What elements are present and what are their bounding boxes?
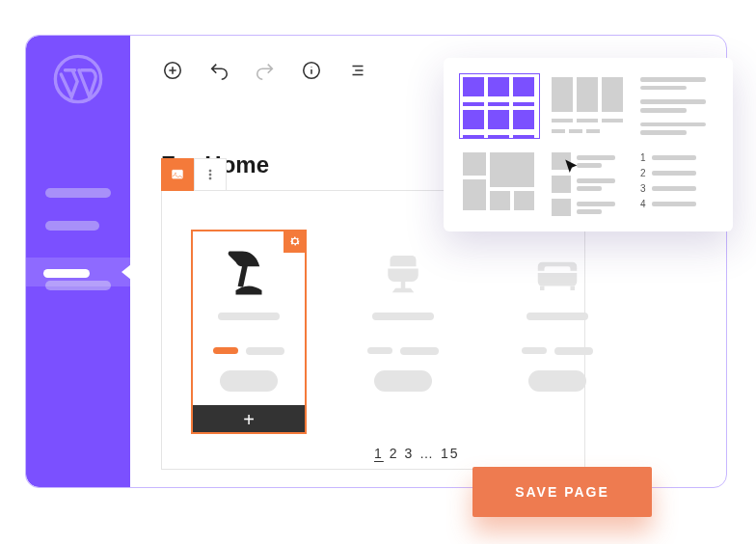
save-page-button[interactable]: SAVE PAGE [472,467,652,517]
layout-option-grid[interactable] [463,77,536,135]
svg-rect-3 [172,170,182,178]
layout-option-numbered[interactable]: 1 2 3 4 [640,152,714,210]
block-preview-tab[interactable] [161,158,194,191]
skeleton-line [218,313,280,320]
info-button[interactable] [300,59,323,82]
skeleton-line [526,313,588,320]
sidebar-item-2[interactable] [45,221,99,231]
layout-option-columns[interactable] [552,77,625,135]
svg-rect-11 [571,286,576,291]
svg-rect-10 [540,286,545,291]
product-card-lamp[interactable]: + [191,230,307,434]
chair-icon [377,247,429,299]
block-settings-button[interactable] [284,230,307,253]
pagination[interactable]: 1 2 3 … 15 [374,446,460,461]
skeleton-button [220,370,278,392]
undo-button[interactable] [207,59,230,82]
admin-sidebar [26,36,130,487]
wordpress-logo-icon [52,53,104,105]
redo-button[interactable] [254,59,277,82]
svg-point-5 [208,170,210,172]
product-grid-block[interactable]: + [161,190,585,470]
layout-option-masonry[interactable] [463,152,536,210]
sidebar-item-1[interactable] [45,188,111,198]
add-block-button[interactable] [161,59,184,82]
outline-button[interactable] [346,59,369,82]
lamp-icon [223,247,275,299]
layout-chooser-popover: 1 2 3 4 [444,58,733,231]
block-more-tab[interactable] [194,158,227,191]
add-inner-block-button[interactable]: + [191,405,307,434]
product-card-sofa[interactable] [500,230,615,434]
skeleton-button [528,370,586,392]
svg-rect-8 [238,265,248,287]
editor-toolbar [161,59,369,82]
skeleton-button [374,370,432,392]
sofa-icon [531,247,583,299]
layout-option-lines[interactable] [640,77,714,135]
svg-point-6 [208,174,210,176]
svg-point-4 [175,173,176,175]
cursor-icon [563,158,580,176]
svg-point-7 [208,177,210,179]
block-tab-bar [161,158,227,191]
skeleton-line [372,313,434,320]
sidebar-item-active[interactable] [26,258,130,286]
product-card-chair[interactable] [345,230,461,434]
